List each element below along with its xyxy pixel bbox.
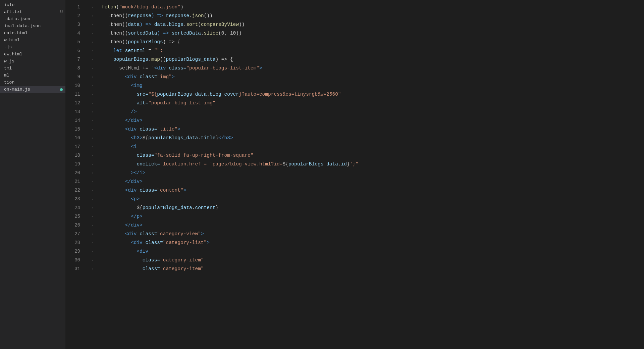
line-number: 11 <box>65 90 80 99</box>
sidebar-item-2[interactable]: -data.json <box>0 15 65 22</box>
sidebar-item-8[interactable]: w.js <box>0 58 65 65</box>
code-token: <div <box>154 64 169 72</box>
sidebar-item-0[interactable]: icle <box>0 1 65 8</box>
dot-row <box>86 29 99 38</box>
code-token <box>102 134 131 142</box>
code-token: ) => <box>157 29 172 38</box>
code-token: > <box>183 186 186 195</box>
code-token: .then( <box>102 20 125 29</box>
sidebar-item-label: tion <box>4 80 14 85</box>
dot-indicator <box>92 85 93 86</box>
code-token: <h3> <box>131 134 143 142</box>
code-token: class= <box>143 264 160 273</box>
code-token: > <box>172 72 175 81</box>
code-token: class= <box>146 238 163 247</box>
sidebar-item-4[interactable]: eate.html <box>0 30 65 37</box>
dot-row <box>86 72 99 81</box>
sidebar-item-1[interactable]: aft.txtU <box>0 8 65 15</box>
code-token: .then( <box>102 11 125 20</box>
dot-indicator <box>92 155 93 156</box>
code-token: } <box>215 203 218 212</box>
dot-row <box>86 221 99 230</box>
code-line: ></i> <box>102 168 644 177</box>
dot-row <box>86 203 99 212</box>
dot-row <box>86 160 99 168</box>
line-numbers: 1234567891011121314151617181920212223242… <box>65 3 86 349</box>
code-token: <p> <box>131 195 140 203</box>
sidebar-item-3[interactable]: ical-data.json <box>0 22 65 30</box>
code-token: . <box>148 55 151 64</box>
code-line: <img <box>102 81 644 90</box>
code-token: onclick= <box>137 160 160 168</box>
dot-indicator <box>92 242 93 243</box>
sidebar-item-12[interactable]: on-main.js <box>0 86 65 93</box>
code-token <box>102 116 125 125</box>
sidebar-item-5[interactable]: w.html <box>0 37 65 44</box>
code-token <box>102 72 125 81</box>
line-number: 1 <box>65 3 80 11</box>
code-line: alt="popular-blog-list-img" <box>102 99 644 107</box>
code-token: ( <box>116 3 119 11</box>
code-token: alt= <box>137 99 148 107</box>
code-lines[interactable]: fetch("mock/blog-data.json") .then((resp… <box>99 3 644 349</box>
sidebar-item-10[interactable]: ml <box>0 72 65 79</box>
line-number: 8 <box>65 64 80 72</box>
code-token: response <box>128 11 151 20</box>
code-line: class="category-item" <box>102 264 644 273</box>
code-token: setHtml <box>125 46 146 55</box>
code-token: class= <box>169 64 186 72</box>
sidebar: icleaft.txtU-data.jsonical-data.jsoneate… <box>0 0 65 349</box>
sidebar-item-6[interactable]: .js <box>0 44 65 51</box>
code-token: <div <box>125 72 140 81</box>
dot-row <box>86 81 99 90</box>
sidebar-item-7[interactable]: ew.html <box>0 51 65 58</box>
code-token: ( <box>125 20 128 29</box>
code-token: ${ <box>137 203 142 212</box>
code-token: <img <box>131 81 143 90</box>
line-number: 10 <box>65 81 80 90</box>
dot-row <box>86 177 99 186</box>
code-token: blogs <box>169 20 183 29</box>
code-token: ) => <box>151 11 166 20</box>
line-number: 6 <box>65 46 80 55</box>
code-token: class= <box>140 72 157 81</box>
code-token <box>102 230 125 238</box>
code-token: json <box>192 11 204 20</box>
code-token: "popular-blogs-list-item" <box>186 64 259 72</box>
code-line: <div class="title"> <box>102 125 644 134</box>
dot-row <box>86 55 99 64</box>
dot-indicator <box>92 59 93 60</box>
code-token: popularBlogs_data <box>166 55 215 64</box>
code-token <box>102 99 137 107</box>
code-token <box>102 81 131 90</box>
dot-indicator <box>92 164 93 165</box>
code-line: <div class="img"> <box>102 72 644 81</box>
modified-dot-icon <box>60 88 63 91</box>
code-token: setHtml += ` <box>102 64 154 72</box>
code-line: <div class="content"> <box>102 186 644 195</box>
code-token: class= <box>140 230 157 238</box>
editor-area: 1234567891011121314151617181920212223242… <box>65 0 644 349</box>
line-number: 25 <box>65 212 80 221</box>
code-line: src="${popularBlogs_data.blog_cover}?aut… <box>102 90 644 99</box>
dot-indicator <box>92 251 93 252</box>
code-line: /> <box>102 107 644 116</box>
code-token: <div <box>125 230 140 238</box>
code-token: let <box>102 46 125 55</box>
code-token: </p> <box>131 212 143 221</box>
code-token: popularBlogs <box>128 38 163 46</box>
code-token: ""; <box>154 46 163 55</box>
line-number: 2 <box>65 11 80 20</box>
sidebar-item-11[interactable]: tion <box>0 79 65 86</box>
code-token: }?auto=compress&cs=tinysrgb&w=2560" <box>239 90 341 99</box>
code-token: blog_cover <box>210 90 239 99</box>
sidebar-item-9[interactable]: tml <box>0 65 65 72</box>
code-token <box>102 168 131 177</box>
dot-indicator <box>92 172 93 173</box>
line-number: 31 <box>65 264 80 273</box>
code-token: ) => <box>140 20 154 29</box>
code-token: "category-item" <box>160 264 204 273</box>
code-token: <div <box>125 125 140 134</box>
dot-indicator <box>92 129 93 130</box>
code-token: "fa-solid fa-up-right-from-square" <box>154 151 254 160</box>
